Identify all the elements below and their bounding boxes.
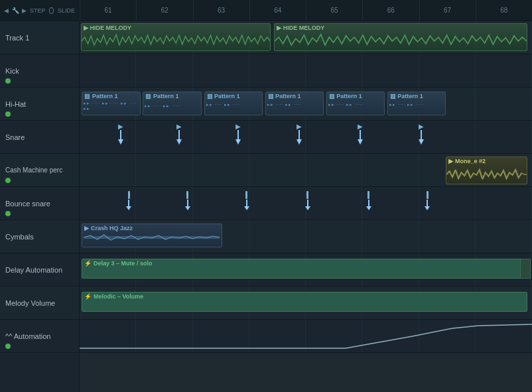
clip-title-2: ▶ HIDE MELODY [275,24,527,32]
svg-marker-19 [305,206,310,210]
clip-hihat-2[interactable]: ▥ Pattern 1 ▸▸ ···· ▸▸ ···· [143,92,202,115]
left-panel: ◀ 🔧 ▶ STEP SLIDE Track 1 Kick Hi-Hat Sna… [0,0,80,392]
svg-marker-1 [118,139,123,145]
mark-68: 68 [476,0,532,21]
svg-marker-5 [235,139,241,145]
timeline-marks: 61 62 63 64 65 66 67 68 [80,0,532,21]
mark-61: 61 [80,0,136,21]
track-header-melody-vol: Melody Volume [0,287,79,320]
mark-62: 62 [136,0,192,21]
snare-name: Snare [5,133,74,141]
clip-hihat-4[interactable]: ▥ Pattern 1 ▸▸ ···· ▸▸ ···· [265,92,324,115]
svg-marker-11 [419,139,424,145]
clip-hide-melody-1[interactable]: ▶ HIDE MELODY [81,23,271,51]
melody-vol-title: ⚡ Melodic – Volume [82,293,527,300]
slide-label: SLIDE [58,7,75,14]
track-row-track1[interactable]: ▶ HIDE MELODY ▶ HIDE MELODY [80,21,532,54]
bounce-note-3 [243,191,251,210]
step-circle[interactable] [49,7,54,14]
grid-lines-kick [80,54,532,87]
clip-hihat-3[interactable]: ▥ Pattern 1 ▸▸ ···· ▸▸ ···· [204,92,263,115]
main-container: ◀ 🔧 ▶ STEP SLIDE Track 1 Kick Hi-Hat Sna… [0,0,532,392]
clip-cymbals-1[interactable]: ▶ Crash HQ Jazz [82,224,222,247]
bounce-note-4 [304,191,312,210]
hihat-clip-title-4: ▥ Pattern 1 [266,92,324,100]
track-header-track1: Track 1 [0,21,79,54]
snare-note-2: ▶ [174,123,184,145]
bounce-note-2 [184,191,192,210]
track-row-snare[interactable]: ▶ ▶ ▶ ▶ ▶ ▶ [80,121,532,154]
waveform-svg [82,32,270,50]
delay-step-marker [520,259,531,279]
snare-note-6: ▶ [417,123,426,145]
bounce-status-dot [5,211,11,216]
clip-cash-1[interactable]: ▶ Mone_e #2 [446,157,527,184]
cash-status-dot [5,178,11,183]
clip-title: ▶ HIDE MELODY [82,24,270,32]
track-header-delay: Delay Automation [0,253,79,287]
track-header-cymbals: Cymbals [0,220,79,253]
track-row-cash[interactable]: ▶ Mone_e #2 [80,154,532,187]
track-row-hihat[interactable]: ▥ Pattern 1 ▸▸ ···· ▸▸ ···· ▸▸ ···· ▸▸ ▥… [80,88,532,121]
clip-hihat-1[interactable]: ▥ Pattern 1 ▸▸ ···· ▸▸ ···· ▸▸ ···· ▸▸ [82,92,141,115]
track1-name: Track 1 [5,34,74,42]
clip-waveform-2 [275,32,527,50]
track-header-cash: Cash Machine perc [0,154,79,187]
hihat-clip-title-5: ▥ Pattern 1 [327,92,385,100]
svg-marker-3 [176,139,182,145]
track-header-kick: Kick [0,54,79,88]
track-header-hihat: Hi-Hat [0,88,79,121]
cash-name: Cash Machine perc [5,166,74,174]
mark-63: 63 [193,0,249,21]
toolbar: ◀ 🔧 ▶ STEP SLIDE [0,0,79,21]
svg-marker-17 [244,206,249,210]
mark-66: 66 [362,0,419,21]
clip-delay-auto[interactable]: ⚡ Delay 3 – Mute / solo [82,259,527,279]
arrow-right-icon[interactable]: ▶ [22,6,27,15]
kick-name: Kick [5,67,74,75]
snare-note-4: ▶ [295,123,304,145]
track-row-bounce[interactable] [80,187,532,220]
mark-67: 67 [419,0,476,21]
track-row-melody-vol[interactable]: ⚡ Melodic – Volume [80,287,532,320]
svg-marker-15 [185,206,190,210]
cash-clip-title: ▶ Mone_e #2 [446,157,527,165]
step-label: STEP [30,7,46,14]
snare-note-1: ▶ [116,123,125,145]
grid-lines-snare [80,121,532,153]
clip-melody-vol[interactable]: ⚡ Melodic – Volume [82,292,527,312]
track-row-delay-auto[interactable]: ⚡ Delay 3 – Mute / solo [80,253,532,287]
svg-marker-13 [126,206,131,210]
cymbals-name: Cymbals [5,233,74,241]
delay-name: Delay Automation [5,266,74,274]
snare-note-5: ▶ [356,123,365,145]
cash-waveform [446,165,527,184]
melody-vol-name: Melody Volume [5,299,74,307]
bounce-note-5 [365,191,373,210]
track-header-snare: Snare [0,121,79,154]
delay-auto-title: ⚡ Delay 3 – Mute / solo [82,259,527,267]
bounce-note-1 [125,191,133,210]
hihat-clip-title-3: ▥ Pattern 1 [205,92,263,100]
automation-curve-svg [80,323,532,350]
svg-marker-7 [297,139,302,145]
automation-name: ^^ Automation [5,332,74,340]
kick-status-dot [5,78,11,84]
waveform-svg-2 [275,32,527,50]
track-row-automation[interactable] [80,320,532,353]
track-header-bounce: Bounce snare [0,187,79,220]
track-header-automation: ^^ Automation [0,320,79,353]
hihat-status-dot [5,111,11,117]
wrench-icon[interactable]: 🔧 [12,6,19,15]
svg-marker-9 [358,139,363,145]
clip-hihat-6[interactable]: ▥ Pattern 1 ▸▸ ···· ▸▸ ···· [387,92,446,115]
clip-hide-melody-2[interactable]: ▶ HIDE MELODY [274,23,527,51]
right-panel: 61 62 63 64 65 66 67 68 [80,0,532,392]
track-row-kick[interactable] [80,54,532,88]
arrow-left-icon[interactable]: ◀ [4,6,9,15]
bounce-name: Bounce snare [5,200,74,208]
hihat-clip-title-6: ▥ Pattern 1 [388,92,446,100]
hihat-clip-title-1: ▥ Pattern 1 [82,92,140,100]
track-row-cymbals[interactable]: ▶ Crash HQ Jazz [80,220,532,253]
clip-hihat-5[interactable]: ▥ Pattern 1 ▸▸ ···· ▸▸ ···· [326,92,385,115]
